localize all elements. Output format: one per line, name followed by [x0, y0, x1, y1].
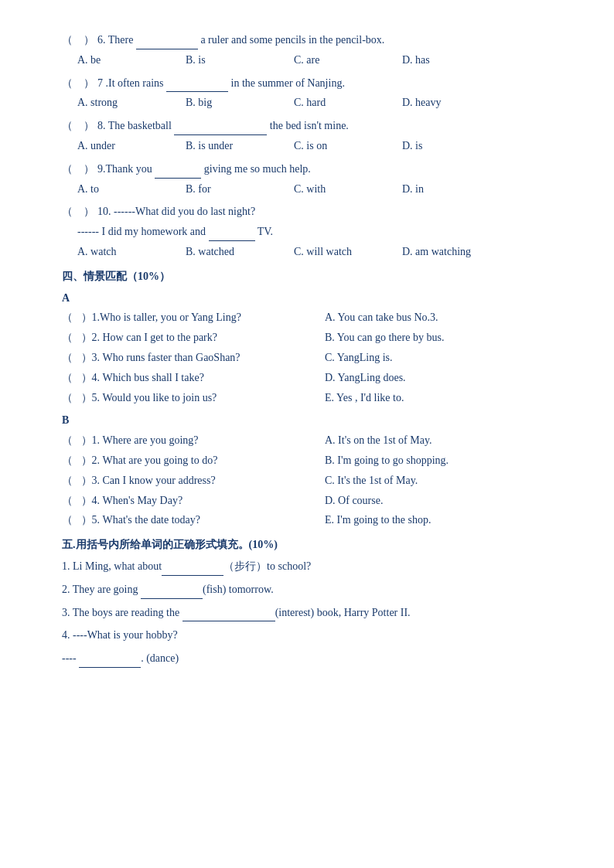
match-b-2-left: （ ）2. What are you going to do?: [62, 451, 325, 470]
q9-opt-d: D. in: [402, 180, 503, 199]
fill-1: 1. Li Ming, what about（步行）to school?: [62, 557, 552, 576]
q6-opt-c: C. are: [294, 51, 394, 70]
match-a-2: （ ）2. How can I get to the park? B. You …: [62, 328, 552, 347]
match-a-3-left: （ ）3. Who runs faster than GaoShan?: [62, 349, 325, 367]
match-b-3-right: C. It's the 1st of May.: [325, 471, 552, 490]
fill-2-text: 2. They are going (fish) tomorrow.: [62, 584, 274, 595]
section-4: 四、情景匹配（10%） A （ ）1.Who is taller, you or…: [62, 267, 552, 529]
q9-options: A. to B. for C. with D. in: [62, 180, 552, 199]
match-b-3: （ ）3. Can I know your address? C. It's t…: [62, 471, 552, 490]
fill-3: 3. The boys are reading the (interest) b…: [62, 604, 552, 622]
section-4-header: 四、情景匹配（10%）: [62, 267, 552, 286]
match-a-1: （ ）1.Who is taller, you or Yang Ling? A.…: [62, 308, 552, 327]
q6-options: A. be B. is C. are D. has: [62, 51, 552, 70]
match-b-1-right: A. It's on the 1st of May.: [325, 431, 552, 450]
q7-opt-c: C. hard: [294, 94, 394, 112]
q9-opt-a: A. to: [77, 180, 178, 199]
match-a-5: （ ）5. Would you like to join us? E. Yes …: [62, 389, 552, 407]
q8-opt-b: B. is under: [186, 137, 286, 155]
match-b-4: （ ）4. When's May Day? D. Of course.: [62, 492, 552, 510]
match-a-1-left: （ ）1.Who is taller, you or Yang Ling?: [62, 308, 325, 327]
q9-opt-b: B. for: [186, 180, 286, 199]
q8-text: 8. The basketball the bed isn't mine.: [97, 117, 349, 135]
q6-opt-d: D. has: [402, 51, 503, 70]
fill-3-text: 3. The boys are reading the (interest) b…: [62, 607, 411, 618]
q9-text: 9.Thank you giving me so much help.: [97, 160, 311, 179]
q7-opt-a: A. strong: [77, 94, 178, 112]
q7-text: 7 .It often rains in the summer of Nanji…: [97, 74, 345, 93]
match-a-5-right: E. Yes , I'd like to.: [325, 389, 552, 407]
match-a-4: （ ）4. Which bus shall I take? D. YangLin…: [62, 369, 552, 387]
match-b-5-left: （ ）5. What's the date today?: [62, 511, 325, 529]
q10-opt-b: B. watched: [186, 243, 286, 261]
match-b-4-right: D. Of course.: [325, 492, 552, 510]
section-a-label: A: [62, 289, 552, 308]
question-10: （ ） 10. ------What did you do last night…: [62, 203, 552, 221]
multiple-choice-section: （ ） 6. There a ruler and some pencils in…: [62, 31, 552, 261]
fill-1-text: 1. Li Ming, what about（步行）to school?: [62, 560, 311, 572]
q6-text: 6. There a ruler and some pencils in the…: [97, 31, 384, 49]
match-a-1-right: A. You can take bus No.3.: [325, 308, 552, 327]
section-5-header: 五.用括号内所给单词的正确形式填充。(10%): [62, 536, 552, 554]
match-a-4-right: D. YangLing does.: [325, 369, 552, 387]
q10-line2: ------ I did my homework and TV.: [62, 223, 552, 241]
match-b-5: （ ）5. What's the date today? E. I'm goin…: [62, 511, 552, 529]
q10-text: 10. ------What did you do last night?: [97, 203, 255, 221]
q8-opt-a: A. under: [77, 137, 178, 155]
q7-paren: （ ）: [62, 74, 94, 93]
question-6: （ ） 6. There a ruler and some pencils in…: [62, 31, 552, 49]
fill-4-text: 4. ----What is your hobby?: [62, 629, 178, 641]
section-b-label: B: [62, 411, 552, 430]
q9-paren: （ ）: [62, 160, 94, 179]
section-5: 五.用括号内所给单词的正确形式填充。(10%) 1. Li Ming, what…: [62, 536, 552, 668]
q10-options: A. watch B. watched C. will watch D. am …: [62, 243, 552, 261]
fill-5-text: ---- . (dance): [62, 652, 179, 664]
fill-5: ---- . (dance): [62, 649, 552, 668]
q6-opt-b: B. is: [186, 51, 286, 70]
q7-opt-d: D. heavy: [402, 94, 503, 112]
match-b-4-left: （ ）4. When's May Day?: [62, 492, 325, 510]
q10-line2-text: ------ I did my homework and TV.: [77, 223, 273, 241]
q7-options: A. strong B. big C. hard D. heavy: [62, 94, 552, 112]
q8-opt-c: C. is on: [294, 137, 394, 155]
match-a-4-left: （ ）4. Which bus shall I take?: [62, 369, 325, 387]
match-b-2: （ ）2. What are you going to do? B. I'm g…: [62, 451, 552, 470]
q8-opt-d: D. is: [402, 137, 503, 155]
match-b-3-left: （ ）3. Can I know your address?: [62, 471, 325, 490]
q8-paren: （ ）: [62, 117, 94, 135]
q6-opt-a: A. be: [77, 51, 178, 70]
match-a-3-right: C. YangLing is.: [325, 349, 552, 367]
match-a-3: （ ）3. Who runs faster than GaoShan? C. Y…: [62, 349, 552, 367]
q10-opt-c: C. will watch: [294, 243, 394, 261]
match-b-2-right: B. I'm going to go shopping.: [325, 451, 552, 470]
match-b-1: （ ）1. Where are you going? A. It's on th…: [62, 431, 552, 450]
q10-paren: （ ）: [62, 203, 94, 221]
match-a-2-right: B. You can go there by bus.: [325, 328, 552, 347]
q10-opt-d: D. am watching: [402, 243, 503, 261]
question-8: （ ） 8. The basketball the bed isn't mine…: [62, 117, 552, 135]
question-9: （ ） 9.Thank you giving me so much help.: [62, 160, 552, 179]
fill-2: 2. They are going (fish) tomorrow.: [62, 580, 552, 599]
q10-opt-a: A. watch: [77, 243, 178, 261]
question-7: （ ） 7 .It often rains in the summer of N…: [62, 74, 552, 93]
q6-paren: （ ）: [62, 31, 94, 49]
q7-opt-b: B. big: [186, 94, 286, 112]
fill-4: 4. ----What is your hobby?: [62, 626, 552, 645]
q9-opt-c: C. with: [294, 180, 394, 199]
q8-options: A. under B. is under C. is on D. is: [62, 137, 552, 155]
match-a-2-left: （ ）2. How can I get to the park?: [62, 328, 325, 347]
match-b-5-right: E. I'm going to the shop.: [325, 511, 552, 529]
match-b-1-left: （ ）1. Where are you going?: [62, 431, 325, 450]
match-a-5-left: （ ）5. Would you like to join us?: [62, 389, 325, 407]
